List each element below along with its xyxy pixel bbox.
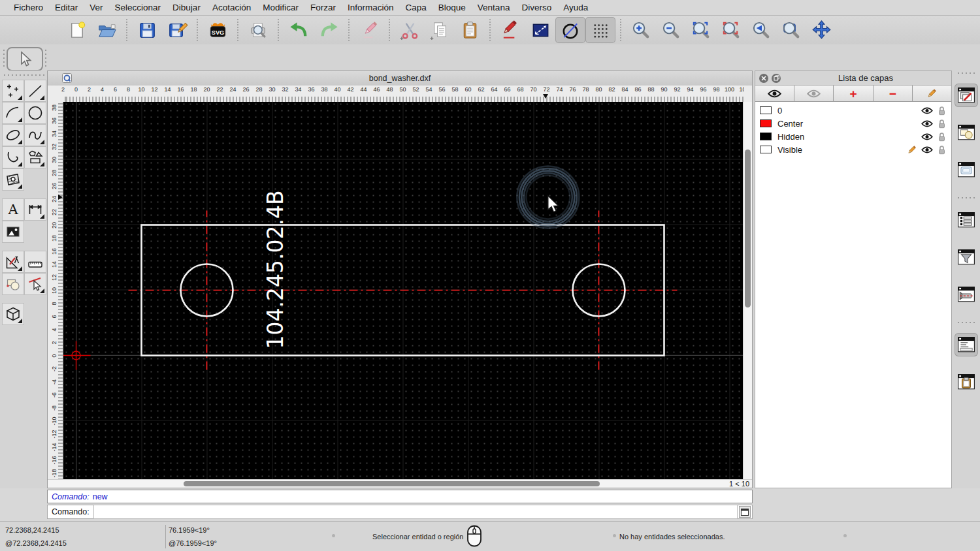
copy-button[interactable] xyxy=(425,17,455,43)
menu-dibujar[interactable]: Dibujar xyxy=(167,3,206,12)
previous-view-button[interactable] xyxy=(746,17,776,43)
zoom-out-button[interactable] xyxy=(656,17,686,43)
h-ruler-label: 6 xyxy=(114,86,117,93)
menu-ventana[interactable]: Ventana xyxy=(472,3,516,12)
zoom-window-button[interactable] xyxy=(776,17,806,43)
menu-capa[interactable]: Capa xyxy=(400,3,433,12)
block-list-dock-icon xyxy=(957,123,975,142)
layer-lock-icon[interactable] xyxy=(938,119,946,129)
save-as-button[interactable] xyxy=(162,17,192,43)
show-all-layers-button[interactable] xyxy=(755,86,794,101)
solid-3d-tool[interactable] xyxy=(2,303,24,325)
zoom-pan-button[interactable] xyxy=(806,17,836,43)
layer-visibility-icon[interactable] xyxy=(921,120,933,127)
layer-row-center[interactable]: Center xyxy=(755,117,951,130)
menu-editar[interactable]: Editar xyxy=(49,3,84,12)
h-ruler-label: 12 xyxy=(151,86,157,93)
delete-button[interactable] xyxy=(354,17,384,43)
export-svg-button[interactable]: SVG xyxy=(203,17,233,43)
auto-zoom-button[interactable] xyxy=(686,17,716,43)
ellipse-tool[interactable] xyxy=(2,124,24,146)
select-entity-tool[interactable] xyxy=(24,273,46,295)
command-input[interactable] xyxy=(93,505,738,519)
selection-filter-dock-button[interactable] xyxy=(955,245,978,269)
redraw-button[interactable] xyxy=(716,17,746,43)
menu-acotacion[interactable]: Acotación xyxy=(206,3,257,12)
layer-lock-icon[interactable] xyxy=(938,145,946,155)
vertical-scrollbar[interactable] xyxy=(743,102,752,480)
dock-drag-handle[interactable] xyxy=(956,72,976,74)
menu-bloque[interactable]: Bloque xyxy=(433,3,472,12)
draft-mode-toggle[interactable] xyxy=(555,17,585,43)
save-button[interactable] xyxy=(132,17,162,43)
layer-row-visible[interactable]: Visible xyxy=(755,143,951,156)
command-line-dock-button[interactable] xyxy=(955,333,978,356)
pen-palette-dock-button[interactable] xyxy=(955,283,978,306)
drawing-canvas[interactable]: 104.245.02.4B xyxy=(63,102,744,480)
zoom-in-button[interactable] xyxy=(626,17,656,43)
hide-all-layers-button[interactable] xyxy=(794,86,834,101)
layer-visibility-icon[interactable] xyxy=(921,146,933,153)
svg-text:SVG: SVG xyxy=(211,29,223,35)
polygon-tool[interactable] xyxy=(24,146,46,168)
menu-ver[interactable]: Ver xyxy=(84,3,108,12)
selection-pointer-button[interactable] xyxy=(7,47,43,71)
entity-list-dock-button[interactable] xyxy=(955,208,978,232)
layer-name: Center xyxy=(777,119,803,129)
spline-tool[interactable] xyxy=(24,124,46,146)
toolbar-drag-handle[interactable] xyxy=(3,74,44,76)
toolbar-drag-handle[interactable] xyxy=(3,48,5,67)
measure-tool[interactable] xyxy=(24,251,46,273)
circle-tool[interactable] xyxy=(24,102,46,124)
clipboard-dock-button[interactable] xyxy=(955,370,978,394)
undo-button[interactable] xyxy=(284,17,314,43)
layer-lock-icon[interactable] xyxy=(938,132,946,142)
menu-diverso[interactable]: Diverso xyxy=(515,3,557,12)
line-tool[interactable] xyxy=(24,80,46,102)
float-panel-button[interactable] xyxy=(772,74,781,83)
point-tool[interactable] xyxy=(2,80,24,102)
close-panel-button[interactable] xyxy=(759,74,768,83)
v-ruler-label: 36 xyxy=(51,117,57,123)
block-list-dock-button[interactable] xyxy=(955,121,978,144)
remove-layer-button[interactable]: − xyxy=(874,86,913,101)
hatch-tool[interactable] xyxy=(2,168,24,191)
layer-row-0[interactable]: 0 xyxy=(755,104,951,117)
menu-fichero[interactable]: Fichero xyxy=(8,3,49,12)
vertical-scrollbar-thumb[interactable] xyxy=(745,150,751,307)
dimension-tool[interactable] xyxy=(24,198,46,221)
cut-button[interactable] xyxy=(395,17,425,43)
horizontal-scrollbar-thumb[interactable] xyxy=(184,481,600,486)
library-browser-dock-button[interactable] xyxy=(955,158,978,181)
redo-button[interactable] xyxy=(314,17,344,43)
layer-row-hidden[interactable]: Hidden xyxy=(755,130,951,143)
menu-modificar[interactable]: Modificar xyxy=(257,3,304,12)
menu-informacion[interactable]: Información xyxy=(342,3,400,12)
add-layer-button[interactable]: + xyxy=(834,86,873,101)
menu-ayuda[interactable]: Ayuda xyxy=(557,3,594,12)
pen-button[interactable] xyxy=(495,17,525,43)
order-tool[interactable] xyxy=(2,273,24,295)
layer-visibility-icon[interactable] xyxy=(921,107,933,114)
menu-seleccionar[interactable]: Seleccionar xyxy=(109,3,167,12)
toolbar-drag-handle[interactable] xyxy=(44,48,47,67)
modify-tool[interactable] xyxy=(2,251,24,273)
arc-tool[interactable] xyxy=(2,102,24,124)
image-tool[interactable] xyxy=(2,221,24,243)
horizontal-scrollbar[interactable]: 1 < 10 xyxy=(48,479,752,488)
direct-distance-button[interactable] xyxy=(525,17,555,43)
plus-icon: + xyxy=(849,87,857,100)
grid-toggle[interactable] xyxy=(585,17,615,43)
paste-button[interactable] xyxy=(455,17,485,43)
layer-list-dock-button[interactable] xyxy=(955,84,978,107)
open-file-button[interactable] xyxy=(91,17,122,43)
edit-layer-button[interactable] xyxy=(913,86,951,101)
print-preview-button[interactable] xyxy=(243,17,273,43)
polyline-tool[interactable] xyxy=(2,146,24,168)
text-tool[interactable]: A xyxy=(2,198,24,221)
detach-command-button[interactable] xyxy=(739,506,751,518)
menu-forzar[interactable]: Forzar xyxy=(304,3,342,12)
new-file-button[interactable] xyxy=(61,17,91,43)
layer-lock-icon[interactable] xyxy=(938,106,946,116)
layer-visibility-icon[interactable] xyxy=(921,133,933,140)
